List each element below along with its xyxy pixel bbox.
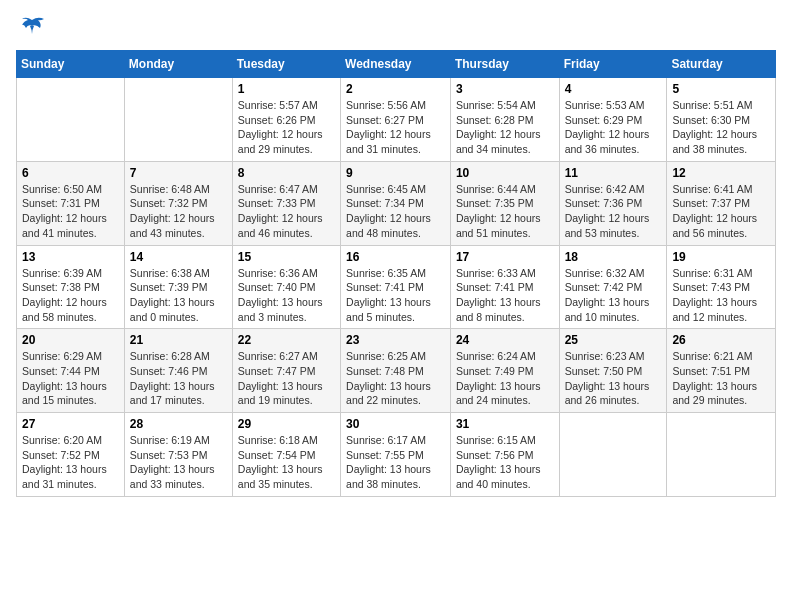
day-number: 20 [22,333,119,347]
day-info: Sunrise: 6:44 AM Sunset: 7:35 PM Dayligh… [456,182,554,241]
day-info: Sunrise: 6:48 AM Sunset: 7:32 PM Dayligh… [130,182,227,241]
day-number: 27 [22,417,119,431]
weekday-header-sunday: Sunday [17,51,125,78]
day-number: 6 [22,166,119,180]
calendar-cell: 28 Sunrise: 6:19 AM Sunset: 7:53 PM Dayl… [124,413,232,497]
sunrise-time: Sunrise: 6:29 AM [22,350,102,362]
calendar-cell: 17 Sunrise: 6:33 AM Sunset: 7:41 PM Dayl… [450,245,559,329]
sunset-time: Sunset: 7:51 PM [672,365,750,377]
day-info: Sunrise: 6:18 AM Sunset: 7:54 PM Dayligh… [238,433,335,492]
sunrise-time: Sunrise: 5:56 AM [346,99,426,111]
daylight-hours: Daylight: 13 hours and 0 minutes. [130,296,215,323]
daylight-hours: Daylight: 12 hours and 53 minutes. [565,212,650,239]
calendar-cell: 16 Sunrise: 6:35 AM Sunset: 7:41 PM Dayl… [341,245,451,329]
sunset-time: Sunset: 6:30 PM [672,114,750,126]
logo [16,16,46,38]
day-info: Sunrise: 6:29 AM Sunset: 7:44 PM Dayligh… [22,349,119,408]
sunset-time: Sunset: 7:32 PM [130,197,208,209]
day-number: 15 [238,250,335,264]
weekday-header-tuesday: Tuesday [232,51,340,78]
day-number: 4 [565,82,662,96]
sunrise-time: Sunrise: 6:23 AM [565,350,645,362]
sunrise-time: Sunrise: 6:42 AM [565,183,645,195]
daylight-hours: Daylight: 12 hours and 41 minutes. [22,212,107,239]
day-number: 19 [672,250,770,264]
weekday-header-wednesday: Wednesday [341,51,451,78]
day-info: Sunrise: 6:19 AM Sunset: 7:53 PM Dayligh… [130,433,227,492]
day-info: Sunrise: 5:51 AM Sunset: 6:30 PM Dayligh… [672,98,770,157]
calendar-cell: 24 Sunrise: 6:24 AM Sunset: 7:49 PM Dayl… [450,329,559,413]
sunrise-time: Sunrise: 5:51 AM [672,99,752,111]
daylight-hours: Daylight: 13 hours and 22 minutes. [346,380,431,407]
day-number: 14 [130,250,227,264]
sunset-time: Sunset: 7:48 PM [346,365,424,377]
day-number: 31 [456,417,554,431]
day-info: Sunrise: 6:50 AM Sunset: 7:31 PM Dayligh… [22,182,119,241]
daylight-hours: Daylight: 12 hours and 43 minutes. [130,212,215,239]
sunrise-time: Sunrise: 5:53 AM [565,99,645,111]
calendar-cell: 15 Sunrise: 6:36 AM Sunset: 7:40 PM Dayl… [232,245,340,329]
day-info: Sunrise: 6:31 AM Sunset: 7:43 PM Dayligh… [672,266,770,325]
day-number: 2 [346,82,445,96]
day-info: Sunrise: 6:21 AM Sunset: 7:51 PM Dayligh… [672,349,770,408]
sunset-time: Sunset: 7:50 PM [565,365,643,377]
daylight-hours: Daylight: 13 hours and 5 minutes. [346,296,431,323]
daylight-hours: Daylight: 13 hours and 3 minutes. [238,296,323,323]
sunrise-time: Sunrise: 6:39 AM [22,267,102,279]
day-info: Sunrise: 5:57 AM Sunset: 6:26 PM Dayligh… [238,98,335,157]
calendar-cell: 31 Sunrise: 6:15 AM Sunset: 7:56 PM Dayl… [450,413,559,497]
day-number: 10 [456,166,554,180]
day-number: 30 [346,417,445,431]
sunrise-time: Sunrise: 6:33 AM [456,267,536,279]
sunset-time: Sunset: 7:49 PM [456,365,534,377]
calendar-cell: 12 Sunrise: 6:41 AM Sunset: 7:37 PM Dayl… [667,161,776,245]
day-number: 8 [238,166,335,180]
sunrise-time: Sunrise: 6:36 AM [238,267,318,279]
calendar-cell [17,78,125,162]
sunset-time: Sunset: 7:40 PM [238,281,316,293]
daylight-hours: Daylight: 12 hours and 56 minutes. [672,212,757,239]
sunset-time: Sunset: 7:43 PM [672,281,750,293]
day-number: 26 [672,333,770,347]
sunrise-time: Sunrise: 6:27 AM [238,350,318,362]
calendar-cell: 18 Sunrise: 6:32 AM Sunset: 7:42 PM Dayl… [559,245,667,329]
daylight-hours: Daylight: 12 hours and 46 minutes. [238,212,323,239]
calendar-cell: 23 Sunrise: 6:25 AM Sunset: 7:48 PM Dayl… [341,329,451,413]
day-number: 3 [456,82,554,96]
sunrise-time: Sunrise: 6:15 AM [456,434,536,446]
sunset-time: Sunset: 7:41 PM [346,281,424,293]
daylight-hours: Daylight: 12 hours and 48 minutes. [346,212,431,239]
day-info: Sunrise: 6:17 AM Sunset: 7:55 PM Dayligh… [346,433,445,492]
day-info: Sunrise: 6:32 AM Sunset: 7:42 PM Dayligh… [565,266,662,325]
calendar-cell: 7 Sunrise: 6:48 AM Sunset: 7:32 PM Dayli… [124,161,232,245]
day-info: Sunrise: 6:20 AM Sunset: 7:52 PM Dayligh… [22,433,119,492]
sunrise-time: Sunrise: 6:41 AM [672,183,752,195]
sunset-time: Sunset: 6:29 PM [565,114,643,126]
day-info: Sunrise: 5:53 AM Sunset: 6:29 PM Dayligh… [565,98,662,157]
daylight-hours: Daylight: 12 hours and 51 minutes. [456,212,541,239]
calendar-cell: 4 Sunrise: 5:53 AM Sunset: 6:29 PM Dayli… [559,78,667,162]
day-number: 21 [130,333,227,347]
weekday-header-thursday: Thursday [450,51,559,78]
calendar-cell: 13 Sunrise: 6:39 AM Sunset: 7:38 PM Dayl… [17,245,125,329]
daylight-hours: Daylight: 13 hours and 10 minutes. [565,296,650,323]
daylight-hours: Daylight: 13 hours and 35 minutes. [238,463,323,490]
day-number: 29 [238,417,335,431]
day-number: 23 [346,333,445,347]
sunset-time: Sunset: 7:47 PM [238,365,316,377]
sunrise-time: Sunrise: 6:45 AM [346,183,426,195]
day-number: 17 [456,250,554,264]
day-info: Sunrise: 6:39 AM Sunset: 7:38 PM Dayligh… [22,266,119,325]
daylight-hours: Daylight: 13 hours and 24 minutes. [456,380,541,407]
daylight-hours: Daylight: 12 hours and 31 minutes. [346,128,431,155]
sunrise-time: Sunrise: 6:32 AM [565,267,645,279]
calendar-cell: 30 Sunrise: 6:17 AM Sunset: 7:55 PM Dayl… [341,413,451,497]
sunrise-time: Sunrise: 6:50 AM [22,183,102,195]
daylight-hours: Daylight: 13 hours and 31 minutes. [22,463,107,490]
daylight-hours: Daylight: 13 hours and 38 minutes. [346,463,431,490]
sunrise-time: Sunrise: 6:31 AM [672,267,752,279]
daylight-hours: Daylight: 13 hours and 15 minutes. [22,380,107,407]
day-info: Sunrise: 6:28 AM Sunset: 7:46 PM Dayligh… [130,349,227,408]
day-info: Sunrise: 6:25 AM Sunset: 7:48 PM Dayligh… [346,349,445,408]
day-info: Sunrise: 6:15 AM Sunset: 7:56 PM Dayligh… [456,433,554,492]
